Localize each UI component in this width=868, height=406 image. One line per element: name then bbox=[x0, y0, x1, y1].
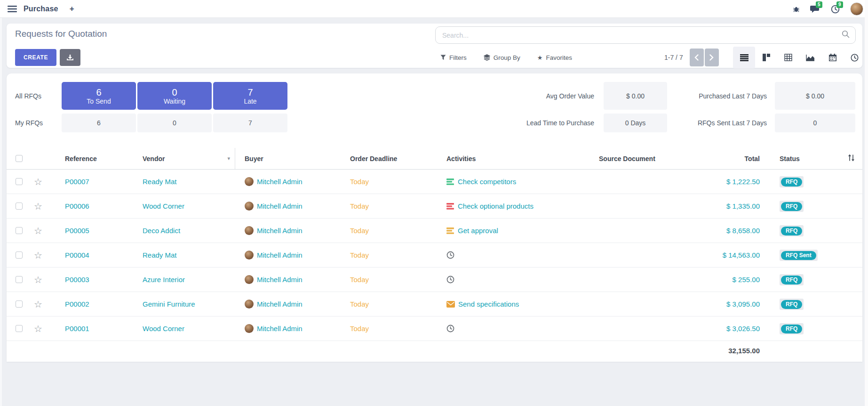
debug-bug-icon[interactable] bbox=[793, 6, 800, 13]
activity-cell[interactable]: Send specifications bbox=[435, 300, 586, 308]
hamburger-menu-icon[interactable] bbox=[8, 5, 17, 13]
avg-order-value-box: $ 0.00 bbox=[604, 82, 667, 110]
export-download-button[interactable] bbox=[60, 49, 80, 66]
favorite-star-icon[interactable]: ☆ bbox=[34, 324, 52, 333]
clock-activity-icon bbox=[446, 251, 454, 259]
activity-cell[interactable]: Get approval bbox=[435, 227, 586, 235]
header-activities[interactable]: Activities bbox=[435, 155, 586, 162]
header-vendor[interactable]: Vendor ▾ bbox=[129, 148, 235, 169]
list-view-button[interactable] bbox=[733, 47, 755, 68]
create-button[interactable]: CREATE bbox=[15, 49, 56, 66]
kanban-view-button[interactable] bbox=[755, 47, 777, 68]
table-row[interactable]: ☆ P00004 Ready Mat Mitchell Admin Today … bbox=[7, 243, 862, 268]
buyer-link[interactable]: Mitchell Admin bbox=[257, 178, 303, 186]
my-late-cell[interactable]: 7 bbox=[213, 114, 287, 132]
order-deadline: Today bbox=[343, 300, 435, 308]
favorite-star-icon[interactable]: ☆ bbox=[34, 300, 52, 309]
purchase-dashboard: All RFQs My RFQs 6 To Send 0 Waiting 7 L… bbox=[7, 73, 862, 148]
pager-next-button[interactable] bbox=[705, 49, 719, 66]
reference-link[interactable]: P00001 bbox=[52, 325, 129, 333]
vendor-link[interactable]: Ready Mat bbox=[143, 251, 177, 259]
clock-activity-icon bbox=[446, 325, 454, 333]
favorite-star-icon[interactable]: ☆ bbox=[34, 251, 52, 260]
search-input[interactable] bbox=[436, 32, 842, 39]
favorites-button[interactable]: ★ Favorites bbox=[537, 54, 572, 61]
row-checkbox[interactable] bbox=[16, 203, 23, 210]
header-order-deadline[interactable]: Order Deadline bbox=[343, 155, 435, 162]
table-row[interactable]: ☆ P00001 Wood Corner Mitchell Admin Toda… bbox=[7, 317, 862, 341]
buyer-link[interactable]: Mitchell Admin bbox=[257, 325, 303, 333]
buyer-link[interactable]: Mitchell Admin bbox=[257, 276, 303, 284]
activity-cell[interactable]: Check optional products bbox=[435, 202, 586, 210]
calendar-view-button[interactable] bbox=[821, 47, 844, 68]
reference-link[interactable]: P00006 bbox=[52, 202, 129, 210]
row-checkbox[interactable] bbox=[16, 300, 23, 308]
reference-link[interactable]: P00007 bbox=[52, 178, 129, 186]
my-waiting-cell[interactable]: 0 bbox=[137, 114, 212, 132]
vendor-link[interactable]: Gemini Furniture bbox=[143, 300, 195, 308]
app-menu-title[interactable]: Purchase bbox=[24, 5, 58, 13]
new-tab-plus-icon[interactable]: + bbox=[70, 4, 74, 14]
activity-view-button[interactable] bbox=[844, 47, 866, 68]
favorite-star-icon[interactable]: ☆ bbox=[34, 202, 52, 211]
row-checkbox[interactable] bbox=[16, 252, 23, 259]
pager-previous-button[interactable] bbox=[690, 49, 704, 66]
list-view-icon bbox=[740, 54, 749, 61]
filter-funnel-icon bbox=[440, 55, 446, 60]
favorite-star-icon[interactable]: ☆ bbox=[34, 177, 52, 187]
vendor-link[interactable]: Wood Corner bbox=[143, 325, 184, 333]
search-icon[interactable] bbox=[842, 30, 850, 40]
pager: 1-7 / 7 bbox=[664, 48, 719, 67]
vendor-link[interactable]: Wood Corner bbox=[143, 202, 184, 210]
table-row[interactable]: ☆ P00006 Wood Corner Mitchell Admin Toda… bbox=[7, 194, 862, 219]
scrollbar-track[interactable] bbox=[865, 0, 868, 406]
header-buyer[interactable]: Buyer bbox=[235, 155, 343, 162]
total-amount: $ 3,095.00 bbox=[717, 300, 764, 308]
select-all-checkbox[interactable] bbox=[16, 155, 23, 162]
to-send-card[interactable]: 6 To Send bbox=[62, 82, 136, 110]
buyer-link[interactable]: Mitchell Admin bbox=[257, 202, 303, 210]
late-card[interactable]: 7 Late bbox=[213, 82, 287, 110]
buyer-link[interactable]: Mitchell Admin bbox=[257, 227, 303, 235]
header-source-document[interactable]: Source Document bbox=[586, 155, 717, 162]
row-checkbox[interactable] bbox=[16, 227, 23, 234]
row-checkbox[interactable] bbox=[16, 178, 23, 185]
reference-link[interactable]: P00003 bbox=[52, 276, 129, 284]
buyer-link[interactable]: Mitchell Admin bbox=[257, 251, 303, 259]
header-reference[interactable]: Reference bbox=[52, 155, 129, 162]
graph-view-button[interactable] bbox=[799, 47, 821, 68]
row-checkbox[interactable] bbox=[16, 276, 23, 283]
buyer-link[interactable]: Mitchell Admin bbox=[257, 300, 303, 308]
header-status[interactable]: Status bbox=[774, 155, 840, 162]
table-row[interactable]: ☆ P00005 Deco Addict Mitchell Admin Toda… bbox=[7, 219, 862, 243]
vendor-link[interactable]: Azure Interior bbox=[143, 276, 185, 284]
my-to-send-cell[interactable]: 6 bbox=[62, 114, 136, 132]
messages-icon[interactable]: 5 bbox=[810, 5, 820, 14]
activity-cell[interactable]: Check competitors bbox=[435, 178, 586, 186]
waiting-card[interactable]: 0 Waiting bbox=[137, 82, 212, 110]
filters-button[interactable]: Filters bbox=[440, 54, 467, 61]
search-bar bbox=[435, 26, 856, 44]
reference-link[interactable]: P00002 bbox=[52, 300, 129, 308]
reference-link[interactable]: P00005 bbox=[52, 227, 129, 235]
table-row[interactable]: ☆ P00007 Ready Mat Mitchell Admin Today … bbox=[7, 170, 862, 194]
header-total[interactable]: Total bbox=[717, 155, 764, 162]
activity-cell[interactable] bbox=[435, 251, 586, 259]
pivot-view-button[interactable] bbox=[777, 47, 799, 68]
activity-cell[interactable] bbox=[435, 276, 586, 284]
favorite-star-icon[interactable]: ☆ bbox=[34, 275, 52, 284]
activities-clock-icon[interactable]: 9 bbox=[831, 5, 840, 14]
optional-columns-button[interactable] bbox=[840, 154, 862, 163]
table-row[interactable]: ☆ P00002 Gemini Furniture Mitchell Admin… bbox=[7, 292, 862, 317]
vendor-link[interactable]: Deco Addict bbox=[143, 227, 180, 235]
row-checkbox[interactable] bbox=[16, 325, 23, 332]
table-row[interactable]: ☆ P00003 Azure Interior Mitchell Admin T… bbox=[7, 268, 862, 292]
activity-cell[interactable] bbox=[435, 325, 586, 333]
mail-activity-icon bbox=[446, 301, 455, 308]
vendor-link[interactable]: Ready Mat bbox=[143, 178, 177, 186]
user-avatar[interactable] bbox=[850, 2, 863, 16]
favorite-star-icon[interactable]: ☆ bbox=[34, 226, 52, 235]
group-by-button[interactable]: Group By bbox=[484, 54, 520, 61]
top-navbar: Purchase + 5 9 bbox=[0, 0, 868, 18]
reference-link[interactable]: P00004 bbox=[52, 251, 129, 259]
